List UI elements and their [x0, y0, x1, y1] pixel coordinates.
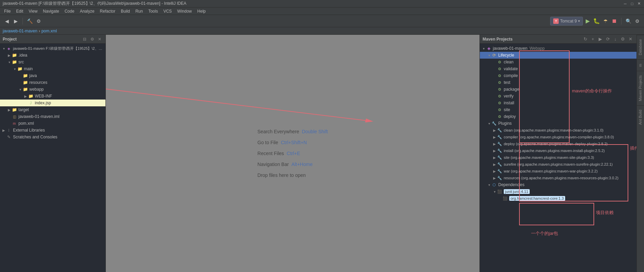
minimize-button[interactable]: ─ — [623, 1, 628, 6]
maven-item-plugin-clean[interactable]: ▶ 🔧 clean (org.apache.maven.plugins:mave… — [480, 127, 636, 134]
maven-item-dep-hamcrest[interactable]: ▶ ⬛ org.hamcrest:hamcrest-core:1.3 — [480, 195, 636, 202]
maven-item-lifecycle[interactable]: ▾ ⟳ Lifecycle — [480, 52, 636, 59]
tree-arrow-ext: ▶ — [1, 128, 6, 133]
menu-refactor[interactable]: Refactor — [97, 8, 118, 14]
side-tab-ant[interactable]: Ant Build — [637, 105, 644, 129]
tree-item-root[interactable]: ▾ ◈ javaweb-01-maven F:\班级管理\西开【19525】\2… — [0, 45, 105, 52]
side-tab-database[interactable]: Database — [637, 35, 644, 59]
run-button[interactable]: ▶ — [584, 17, 592, 25]
maven-lifecycle-button[interactable]: ⟳ — [604, 36, 611, 43]
tree-item-external[interactable]: ▶ ⫶ External Libraries — [0, 127, 105, 134]
menu-window[interactable]: Window — [174, 8, 195, 14]
gear-icon: ⚙ — [497, 114, 502, 119]
maven-dep-junit-label: junit:junit:4.11 — [504, 189, 530, 194]
menu-analyze[interactable]: Analyze — [77, 8, 97, 14]
maven-item-project[interactable]: ▾ ◈ javaweb-01-maven Webapp — [480, 45, 636, 52]
menu-edit[interactable]: Edit — [13, 8, 26, 14]
maven-item-site[interactable]: ▶ ⚙ site — [480, 106, 636, 113]
maven-item-plugin-deploy[interactable]: ▶ 🔧 deploy (org.apache.maven.plugins:mav… — [480, 140, 636, 147]
gear-settings-button[interactable]: ⚙ — [89, 36, 95, 42]
maven-install-label: install — [504, 101, 514, 105]
maven-item-plugin-resources[interactable]: ▶ 🔧 resources (org.apache.maven.plugins:… — [480, 175, 636, 181]
hint-recent-text: Recent Files — [257, 151, 284, 156]
maven-item-verify[interactable]: ▶ ⚙ verify — [480, 93, 636, 100]
maven-item-deploy[interactable]: ▶ ⚙ deploy — [480, 113, 636, 120]
maven-run-button[interactable]: ▶ — [597, 36, 604, 43]
tree-item-main[interactable]: ▾ 📁 main — [0, 65, 105, 72]
menu-run[interactable]: Run — [133, 8, 146, 14]
tree-item-java[interactable]: ▶ 📁 java — [0, 72, 105, 79]
maven-item-dep-junit[interactable]: ▾ ⬛ junit:junit:4.11 — [480, 188, 636, 195]
settings-button[interactable]: ⚙ — [34, 17, 43, 25]
collapse-all-button[interactable]: ⊟ — [82, 36, 88, 42]
menu-build[interactable]: Build — [118, 8, 133, 14]
search-everywhere-button[interactable]: 🔍 — [624, 17, 632, 25]
tree-item-resources[interactable]: ▶ 📁 resources — [0, 79, 105, 86]
hint-search: Search Everywhere Double Shift — [257, 129, 328, 134]
tree-item-indexjsp[interactable]: ▶ J index.jsp — [0, 100, 105, 106]
maven-item-plugin-surefire[interactable]: ▶ 🔧 surefire (org.apache.maven.plugins:m… — [480, 161, 636, 168]
maximize-button[interactable]: □ — [630, 1, 634, 6]
maven-item-package[interactable]: ▶ ⚙ package — [480, 86, 636, 93]
maven-item-plugin-war[interactable]: ▶ 🔧 war (org.apache.maven.plugins:maven-… — [480, 168, 636, 175]
toolbar-sep-2 — [621, 18, 621, 25]
maven-item-plugins[interactable]: ▾ 🔧 Plugins — [480, 120, 636, 127]
tree-item-iml[interactable]: ▶ ◫ javaweb-01-maven.iml — [0, 113, 105, 120]
maven-item-plugin-compiler[interactable]: ▶ 🔧 compiler (org.apache.maven.plugins:m… — [480, 134, 636, 140]
side-tab-m[interactable]: m — [637, 59, 644, 71]
maven-item-install[interactable]: ▶ ⚙ install — [480, 100, 636, 106]
back-button[interactable]: ◀ — [3, 17, 11, 25]
maven-arrow-plugin-clean: ▶ — [492, 128, 497, 133]
maven-add-button[interactable]: + — [589, 36, 596, 43]
gear-button[interactable]: ⚙ — [633, 17, 641, 25]
maven-settings-button[interactable]: ⚙ — [619, 36, 626, 43]
maven-item-dependencies[interactable]: ▾ ⬡ Dependencies — [480, 181, 636, 188]
hint-navbar-shortcut: Alt+Home — [291, 162, 313, 167]
maven-item-plugin-install[interactable]: ▶ 🔧 install (org.apache.maven.plugins:ma… — [480, 147, 636, 154]
close-button[interactable]: ✕ — [636, 1, 641, 6]
breadcrumb-file[interactable]: pom.xml — [41, 29, 57, 33]
menu-view[interactable]: View — [26, 8, 40, 14]
maven-download-button[interactable]: ↓ — [612, 36, 619, 43]
tree-item-webinf[interactable]: ▶ 📁 WEB-INF — [0, 93, 105, 100]
maven-arrow-plugin-install: ▶ — [492, 148, 497, 153]
maven-item-plugin-site[interactable]: ▶ 🔧 site (org.apache.maven.plugins:maven… — [480, 154, 636, 161]
maven-item-validate[interactable]: ▶ ⚙ validate — [480, 65, 636, 72]
tree-item-pomxml[interactable]: ▶ m pom.xml — [0, 120, 105, 127]
debug-button[interactable]: 🐛 — [592, 17, 601, 25]
coverage-button[interactable]: ☂ — [601, 17, 610, 25]
menu-tools[interactable]: Tools — [146, 8, 161, 14]
maven-close-button[interactable]: ✕ — [627, 36, 634, 43]
tree-item-scratches[interactable]: ▶ ✎ Scratches and Consoles — [0, 134, 105, 140]
jar-icon-2: ⬛ — [502, 196, 508, 201]
tree-item-src[interactable]: ▾ 📁 src — [0, 59, 105, 65]
side-tab-maven[interactable]: Maven Projects — [637, 71, 644, 105]
project-tree: ▾ ◈ javaweb-01-maven F:\班级管理\西开【19525】\2… — [0, 44, 105, 272]
stop-button[interactable]: ⏹ — [610, 17, 618, 25]
maven-item-test[interactable]: ▶ ⚙ test — [480, 79, 636, 86]
tree-item-target[interactable]: ▶ 📁 target — [0, 106, 105, 113]
maven-item-clean[interactable]: ▶ ⚙ clean — [480, 59, 636, 65]
tomcat-config-button[interactable]: T Tomcat 9 ▾ — [550, 17, 583, 26]
maven-refresh-button[interactable]: ↻ — [582, 36, 589, 43]
menu-navigate[interactable]: Navigate — [40, 8, 62, 14]
maven-item-compile[interactable]: ▶ ⚙ compile — [480, 72, 636, 79]
menu-help[interactable]: Help — [195, 8, 209, 14]
menu-vcs[interactable]: VCS — [161, 8, 175, 14]
tree-label-webapp: webapp — [29, 87, 104, 92]
maven-dependencies-label: Dependencies — [498, 182, 525, 187]
tree-item-webapp[interactable]: ▾ 📁 webapp — [0, 86, 105, 93]
menu-file[interactable]: File — [1, 8, 13, 14]
project-panel-title: Project — [3, 37, 17, 42]
breadcrumb-project[interactable]: javaweb-01-maven — [3, 29, 37, 33]
maven-package-label: package — [504, 87, 519, 92]
tree-item-idea[interactable]: ▶ 📁 .idea — [0, 52, 105, 59]
menu-code[interactable]: Code — [62, 8, 77, 14]
close-panel-button[interactable]: ✕ — [97, 36, 103, 42]
build-button[interactable]: 🔨 — [26, 17, 34, 25]
tree-label-java: java — [29, 73, 104, 78]
forward-button[interactable]: ▶ — [12, 17, 20, 25]
gear-icon: ⚙ — [497, 66, 502, 72]
target-folder-icon: 📁 — [12, 107, 17, 112]
plugin-icon: 🔧 — [497, 148, 502, 153]
